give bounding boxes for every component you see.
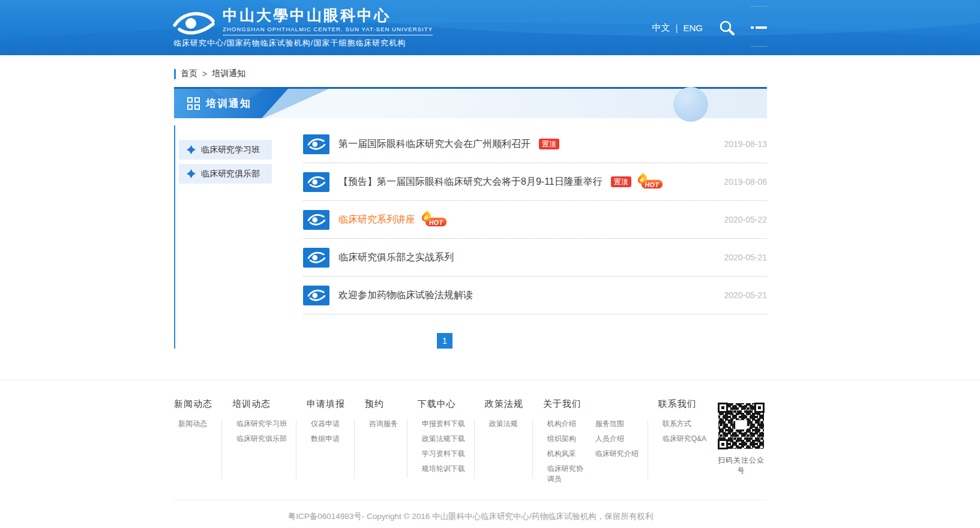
- footer-link[interactable]: 服务范围: [595, 419, 639, 429]
- site-logo[interactable]: 中山大學中山眼科中心 ZHONGSHAN OPHTHALMIC CENTER. …: [172, 6, 433, 37]
- footer-link[interactable]: 联系方式: [663, 419, 706, 429]
- sidebar-item-study-class[interactable]: 临床研究学习班: [179, 140, 272, 160]
- footer-heading: 下载中心: [418, 398, 465, 410]
- page-1-button[interactable]: 1: [437, 333, 452, 349]
- site-header: 中山大學中山眼科中心 ZHONGSHAN OPHTHALMIC CENTER. …: [0, 0, 980, 55]
- list-item-date: 2019-08-06: [724, 177, 767, 187]
- footer-link[interactable]: 学习资料下载: [422, 449, 465, 459]
- footer-link[interactable]: 机构介绍: [547, 419, 586, 429]
- footer-col-apply: 申请填报 仪器申请 数据申请: [296, 398, 349, 444]
- footer-heading: 政策法规: [485, 398, 523, 410]
- sidebar: 临床研究学习班 临床研究俱乐部: [174, 125, 272, 349]
- hot-badge: HOT: [421, 212, 448, 227]
- eye-icon: [303, 248, 329, 268]
- footer-link[interactable]: 临床研究介绍: [595, 449, 639, 459]
- lang-zh-link[interactable]: 中文: [652, 22, 670, 34]
- footer-heading: 联系我们: [658, 398, 706, 410]
- footer-link[interactable]: 仪器申请: [311, 419, 345, 429]
- copyright: 粤ICP备06014983号- Copyright © 2016 中山眼科中心临…: [174, 500, 767, 522]
- language-switch: 中文 | ENG: [652, 22, 703, 34]
- breadcrumb-separator: >: [202, 69, 207, 79]
- hamburger-icon: [751, 0, 767, 55]
- list-item-date: 2020-05-21: [724, 253, 767, 262]
- footer-link[interactable]: 申报资料下载: [422, 419, 465, 429]
- eye-icon: [303, 210, 329, 230]
- list-item-date: 2020-05-21: [724, 290, 767, 300]
- list-item-date: 2020-05-22: [724, 215, 767, 224]
- section-banner: 培训通知: [174, 87, 767, 118]
- footer-link[interactable]: 临床研究俱乐部: [236, 434, 287, 444]
- footer-link[interactable]: 临床研究学习班: [236, 419, 287, 429]
- breadcrumb-accent-bar: [174, 69, 176, 79]
- footer-col-training: 培训动态 临床研究学习班 临床研究俱乐部: [221, 398, 290, 444]
- eye-logo-icon: [172, 10, 217, 37]
- footer-link[interactable]: 临床研究Q&A: [663, 434, 706, 444]
- qr-code: [717, 402, 765, 450]
- org-name-en: ZHONGSHAN OPHTHALMIC CENTER. SUN YAT-SEN…: [223, 26, 433, 35]
- footer-col-contact: 联系我们 联系方式 临床研究Q&A: [648, 398, 710, 444]
- hot-badge: HOT: [637, 174, 664, 190]
- footer-link[interactable]: 数据申请: [311, 434, 345, 444]
- menu-button[interactable]: [751, 0, 767, 55]
- footer-heading: 关于我们: [543, 398, 639, 410]
- footer-link[interactable]: 组织架构: [547, 434, 586, 444]
- eye-icon: [303, 172, 329, 192]
- search-icon: [718, 19, 735, 36]
- list-item-title[interactable]: 第一届国际眼科临床研究大会在广州顺利召开: [338, 138, 531, 151]
- list-item-title[interactable]: 临床研究系列讲座: [338, 214, 415, 226]
- breadcrumb-home-link[interactable]: 首页: [181, 68, 197, 79]
- list-item[interactable]: 欢迎参加药物临床试验法规解读 2020-05-21: [303, 277, 767, 314]
- footer-col-download: 下载中心 申报资料下载 政策法规下载 学习资料下载 规培轮训下载: [407, 398, 469, 474]
- grid-icon: [187, 97, 200, 110]
- footer-link[interactable]: 规培轮训下载: [422, 464, 465, 474]
- footer-link[interactable]: 咨询服务: [369, 419, 398, 429]
- page-title: 培训通知: [206, 97, 251, 110]
- footer-link[interactable]: 机构风采: [547, 449, 586, 459]
- footer-col-news: 新闻动态 新闻动态: [174, 398, 216, 429]
- footer-link[interactable]: 临床研究协调员: [547, 464, 586, 484]
- list-item[interactable]: 【预告】第一届国际眼科临床研究大会将于8月9-11日隆重举行 置顶 HOT 20…: [303, 163, 767, 201]
- qr-block: 扫码关注公众号: [715, 398, 767, 476]
- pinned-badge: 置顶: [539, 139, 559, 149]
- list-item-title[interactable]: 临床研究俱乐部之实战系列: [338, 251, 454, 264]
- footer-heading: 新闻动态: [174, 398, 212, 410]
- footer-link[interactable]: 政策法规下载: [422, 434, 465, 444]
- eye-icon: [303, 286, 329, 305]
- list-item-title[interactable]: 【预告】第一届国际眼科临床研究大会将于8月9-11日隆重举行: [338, 176, 603, 188]
- footer-col-about: 关于我们 机构介绍 服务范围 组织架构 人员介绍 机构风采 临床研究介绍 临床研…: [532, 398, 642, 484]
- list-item[interactable]: 第一届国际眼科临床研究大会在广州顺利召开 置顶 2019-08-13: [303, 125, 767, 163]
- qr-caption: 扫码关注公众号: [715, 455, 767, 476]
- footer-col-policy: 政策法规 政策法规: [474, 398, 527, 429]
- banner-circle-decoration: [673, 87, 708, 122]
- lang-divider: |: [676, 23, 678, 33]
- search-button[interactable]: [718, 19, 735, 36]
- list-item[interactable]: 临床研究系列讲座 HOT 2020-05-22: [303, 201, 767, 239]
- footer-heading: 培训动态: [232, 398, 287, 410]
- footer-link[interactable]: 新闻动态: [178, 419, 212, 429]
- site-footer: 新闻动态 新闻动态 培训动态 临床研究学习班 临床研究俱乐部 申请填报 仪器申请…: [0, 380, 980, 522]
- sidebar-item-club[interactable]: 临床研究俱乐部: [179, 164, 272, 184]
- sidebar-item-label: 临床研究俱乐部: [201, 169, 260, 179]
- cross-star-icon: [187, 169, 196, 178]
- breadcrumb: 首页 > 培训通知: [174, 68, 767, 79]
- org-name: 中山大學中山眼科中心: [223, 6, 433, 24]
- lang-en-link[interactable]: ENG: [683, 23, 703, 33]
- list-item[interactable]: 临床研究俱乐部之实战系列 2020-05-21: [303, 239, 767, 277]
- pinned-badge: 置顶: [611, 176, 631, 187]
- breadcrumb-current: 培训通知: [212, 68, 245, 79]
- footer-col-booking: 预约 咨询服务: [354, 398, 401, 429]
- pagination: 1: [308, 333, 767, 349]
- cross-star-icon: [187, 145, 196, 154]
- footer-link[interactable]: 人员介绍: [595, 434, 639, 444]
- eye-icon: [303, 134, 329, 154]
- list-item-date: 2019-08-13: [724, 139, 767, 149]
- footer-heading: 申请填报: [307, 398, 345, 410]
- org-subtitle: 临床研究中心/国家药物临床试验机构/国家干细胞临床研究机构: [173, 38, 406, 49]
- notice-list: 第一届国际眼科临床研究大会在广州顺利召开 置顶 2019-08-13 【预告】第…: [303, 125, 767, 349]
- footer-link[interactable]: 政策法规: [489, 419, 523, 429]
- list-item-title[interactable]: 欢迎参加药物临床试验法规解读: [338, 289, 473, 302]
- footer-heading: 预约: [365, 398, 398, 410]
- sidebar-item-label: 临床研究学习班: [201, 145, 260, 155]
